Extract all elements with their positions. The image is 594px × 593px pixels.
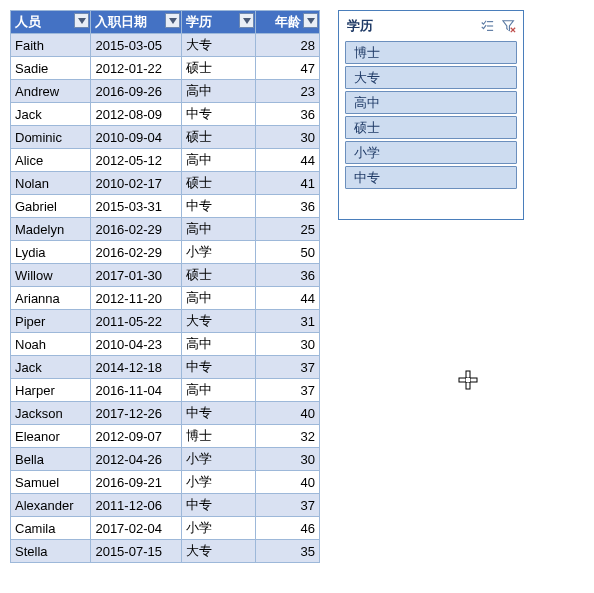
- clear-filter-icon[interactable]: [501, 18, 517, 34]
- slicer-item[interactable]: 大专: [345, 66, 517, 89]
- cell-date[interactable]: 2012-08-09: [91, 103, 182, 126]
- cell-edu[interactable]: 高中: [182, 379, 256, 402]
- cell-edu[interactable]: 高中: [182, 80, 256, 103]
- cell-date[interactable]: 2016-02-29: [91, 218, 182, 241]
- cell-date[interactable]: 2012-05-12: [91, 149, 182, 172]
- table-row[interactable]: Andrew2016-09-26高中23: [11, 80, 320, 103]
- cell-edu[interactable]: 中专: [182, 356, 256, 379]
- filter-dropdown-age[interactable]: [303, 13, 318, 28]
- cell-name[interactable]: Alexander: [11, 494, 91, 517]
- cell-date[interactable]: 2010-02-17: [91, 172, 182, 195]
- cell-name[interactable]: Piper: [11, 310, 91, 333]
- table-row[interactable]: Jack2014-12-18中专37: [11, 356, 320, 379]
- cell-edu[interactable]: 中专: [182, 195, 256, 218]
- col-header-age[interactable]: 年龄: [256, 11, 320, 34]
- table-row[interactable]: Bella2012-04-26小学30: [11, 448, 320, 471]
- cell-name[interactable]: Camila: [11, 517, 91, 540]
- cell-date[interactable]: 2017-01-30: [91, 264, 182, 287]
- cell-name[interactable]: Alice: [11, 149, 91, 172]
- cell-age[interactable]: 44: [256, 149, 320, 172]
- cell-age[interactable]: 37: [256, 356, 320, 379]
- cell-date[interactable]: 2017-02-04: [91, 517, 182, 540]
- cell-date[interactable]: 2015-03-31: [91, 195, 182, 218]
- cell-edu[interactable]: 高中: [182, 218, 256, 241]
- cell-name[interactable]: Jack: [11, 356, 91, 379]
- table-row[interactable]: Nolan2010-02-17硕士41: [11, 172, 320, 195]
- cell-edu[interactable]: 大专: [182, 34, 256, 57]
- table-row[interactable]: Dominic2010-09-04硕士30: [11, 126, 320, 149]
- cell-age[interactable]: 37: [256, 379, 320, 402]
- cell-edu[interactable]: 大专: [182, 310, 256, 333]
- table-row[interactable]: Eleanor2012-09-07博士32: [11, 425, 320, 448]
- table-row[interactable]: Noah2010-04-23高中30: [11, 333, 320, 356]
- cell-edu[interactable]: 博士: [182, 425, 256, 448]
- cell-date[interactable]: 2016-09-21: [91, 471, 182, 494]
- table-row[interactable]: Arianna2012-11-20高中44: [11, 287, 320, 310]
- col-header-name[interactable]: 人员: [11, 11, 91, 34]
- col-header-edu[interactable]: 学历: [182, 11, 256, 34]
- cell-edu[interactable]: 硕士: [182, 264, 256, 287]
- cell-edu[interactable]: 中专: [182, 494, 256, 517]
- cell-date[interactable]: 2016-09-26: [91, 80, 182, 103]
- cell-name[interactable]: Willow: [11, 264, 91, 287]
- table-row[interactable]: Lydia2016-02-29小学50: [11, 241, 320, 264]
- cell-age[interactable]: 35: [256, 540, 320, 563]
- slicer-education[interactable]: 学历 博士大专高中硕士小学中专: [338, 10, 524, 220]
- cell-age[interactable]: 40: [256, 402, 320, 425]
- table-row[interactable]: Harper2016-11-04高中37: [11, 379, 320, 402]
- cell-name[interactable]: Samuel: [11, 471, 91, 494]
- multi-select-icon[interactable]: [479, 18, 495, 34]
- cell-edu[interactable]: 大专: [182, 540, 256, 563]
- cell-name[interactable]: Arianna: [11, 287, 91, 310]
- cell-name[interactable]: Madelyn: [11, 218, 91, 241]
- cell-edu[interactable]: 高中: [182, 287, 256, 310]
- cell-name[interactable]: Lydia: [11, 241, 91, 264]
- cell-edu[interactable]: 小学: [182, 241, 256, 264]
- cell-age[interactable]: 46: [256, 517, 320, 540]
- cell-age[interactable]: 23: [256, 80, 320, 103]
- cell-name[interactable]: Stella: [11, 540, 91, 563]
- cell-name[interactable]: Nolan: [11, 172, 91, 195]
- filter-dropdown-edu[interactable]: [239, 13, 254, 28]
- table-row[interactable]: Samuel2016-09-21小学40: [11, 471, 320, 494]
- table-row[interactable]: Jack2012-08-09中专36: [11, 103, 320, 126]
- table-row[interactable]: Stella2015-07-15大专35: [11, 540, 320, 563]
- cell-date[interactable]: 2015-07-15: [91, 540, 182, 563]
- cell-name[interactable]: Bella: [11, 448, 91, 471]
- table-row[interactable]: Alice2012-05-12高中44: [11, 149, 320, 172]
- cell-age[interactable]: 36: [256, 103, 320, 126]
- table-row[interactable]: Gabriel2015-03-31中专36: [11, 195, 320, 218]
- cell-age[interactable]: 30: [256, 126, 320, 149]
- cell-edu[interactable]: 中专: [182, 402, 256, 425]
- cell-age[interactable]: 32: [256, 425, 320, 448]
- slicer-item[interactable]: 硕士: [345, 116, 517, 139]
- cell-age[interactable]: 41: [256, 172, 320, 195]
- cell-age[interactable]: 47: [256, 57, 320, 80]
- cell-edu[interactable]: 硕士: [182, 172, 256, 195]
- cell-date[interactable]: 2012-09-07: [91, 425, 182, 448]
- cell-name[interactable]: Faith: [11, 34, 91, 57]
- table-row[interactable]: Faith2015-03-05大专28: [11, 34, 320, 57]
- table-row[interactable]: Willow2017-01-30硕士36: [11, 264, 320, 287]
- table-row[interactable]: Madelyn2016-02-29高中25: [11, 218, 320, 241]
- cell-date[interactable]: 2012-11-20: [91, 287, 182, 310]
- cell-date[interactable]: 2015-03-05: [91, 34, 182, 57]
- slicer-item[interactable]: 中专: [345, 166, 517, 189]
- cell-date[interactable]: 2016-02-29: [91, 241, 182, 264]
- cell-age[interactable]: 50: [256, 241, 320, 264]
- cell-name[interactable]: Dominic: [11, 126, 91, 149]
- cell-age[interactable]: 30: [256, 448, 320, 471]
- cell-date[interactable]: 2010-04-23: [91, 333, 182, 356]
- slicer-item[interactable]: 小学: [345, 141, 517, 164]
- cell-age[interactable]: 28: [256, 34, 320, 57]
- cell-age[interactable]: 36: [256, 264, 320, 287]
- cell-age[interactable]: 44: [256, 287, 320, 310]
- cell-age[interactable]: 31: [256, 310, 320, 333]
- table-row[interactable]: Sadie2012-01-22硕士47: [11, 57, 320, 80]
- cell-edu[interactable]: 小学: [182, 517, 256, 540]
- cell-name[interactable]: Harper: [11, 379, 91, 402]
- slicer-item[interactable]: 高中: [345, 91, 517, 114]
- table-row[interactable]: Jackson2017-12-26中专40: [11, 402, 320, 425]
- cell-age[interactable]: 37: [256, 494, 320, 517]
- cell-date[interactable]: 2011-05-22: [91, 310, 182, 333]
